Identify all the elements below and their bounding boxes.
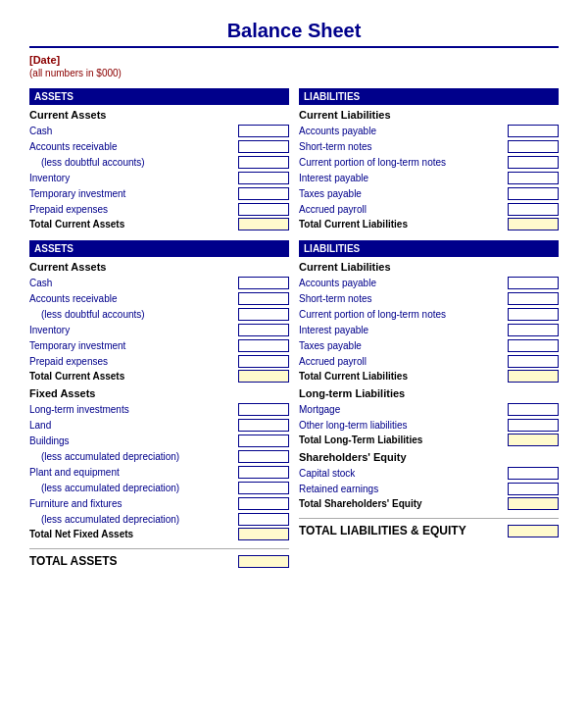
- total-current-liabilities-input-1[interactable]: [508, 218, 559, 230]
- lda-input-1[interactable]: [238, 156, 289, 169]
- total-current-assets-input-2[interactable]: [238, 370, 289, 383]
- list-item: Accounts payable: [299, 276, 559, 289]
- list-item: (less accumulated depreciation): [29, 512, 289, 526]
- total-fixed-assets-input[interactable]: [238, 528, 289, 540]
- current-assets-title-1: Current Assets: [29, 109, 289, 121]
- lda-input-2[interactable]: [238, 308, 289, 321]
- liabilities-section-2: LIABILITIES Current Liabilities Accounts…: [299, 240, 559, 568]
- bldg-dep-input[interactable]: [238, 450, 289, 463]
- assets-header-1: ASSETS: [29, 88, 289, 105]
- land-input[interactable]: [238, 419, 289, 432]
- list-item: (less doubtful accounts): [29, 307, 289, 321]
- ti-input-2[interactable]: [238, 339, 289, 352]
- ip-input-2[interactable]: [508, 324, 559, 336]
- tp-input-2[interactable]: [508, 339, 559, 352]
- mortgage-input[interactable]: [508, 403, 559, 416]
- cs-input[interactable]: [508, 467, 559, 480]
- total-equity-input[interactable]: [508, 497, 559, 510]
- acp-input-1[interactable]: [508, 203, 559, 216]
- list-item: Short-term notes: [299, 139, 559, 153]
- assets-header-2: ASSETS: [29, 240, 289, 257]
- current-assets-title-2: Current Assets: [29, 261, 289, 273]
- total-liabilities-equity-input[interactable]: [508, 525, 559, 537]
- total-current-assets-row-1: Total Current Assets: [29, 218, 289, 230]
- list-item: Accounts receivable: [29, 139, 289, 153]
- cash-input-2[interactable]: [238, 277, 289, 289]
- ar-input-1[interactable]: [238, 140, 289, 153]
- list-item: Prepaid expenses: [29, 202, 289, 216]
- list-item: Current portion of long-term notes: [299, 155, 559, 169]
- total-assets-input[interactable]: [238, 555, 289, 568]
- cash-input-1[interactable]: [238, 125, 289, 137]
- list-item: Accrued payroll: [299, 202, 559, 216]
- inv-input-1[interactable]: [238, 172, 289, 184]
- list-item: Interest payable: [299, 171, 559, 184]
- total-current-liabilities-input-2[interactable]: [508, 370, 559, 383]
- total-current-assets-input-1[interactable]: [238, 218, 289, 230]
- long-term-liabilities-title: Long-term Liabilities: [299, 387, 559, 399]
- list-item: Long-term investments: [29, 402, 289, 416]
- liabilities-section-1: LIABILITIES Current Liabilities Accounts…: [299, 88, 559, 232]
- list-item: Temporary investment: [29, 186, 289, 200]
- total-liabilities-equity-row: TOTAL LIABILITIES & EQUITY: [299, 518, 559, 537]
- list-item: Accounts receivable: [29, 291, 289, 305]
- list-item: Taxes payable: [299, 338, 559, 352]
- ap-input-1[interactable]: [508, 125, 559, 137]
- total-current-liabilities-row-1: Total Current Liabilities: [299, 218, 559, 230]
- pe2-dep-input[interactable]: [238, 482, 289, 494]
- list-item: Inventory: [29, 171, 289, 184]
- list-item: Capital stock: [299, 466, 559, 480]
- ti-input-1[interactable]: [238, 187, 289, 200]
- ff-input[interactable]: [238, 497, 289, 510]
- total-equity-row: Total Shareholders' Equity: [299, 497, 559, 510]
- liabilities-header-2: LIABILITIES: [299, 240, 559, 257]
- list-item: Buildings: [29, 434, 289, 447]
- total-fixed-assets-row: Total Net Fixed Assets: [29, 528, 289, 540]
- tp-input-1[interactable]: [508, 187, 559, 200]
- current-liabilities-title-2: Current Liabilities: [299, 261, 559, 273]
- list-item: Other long-term liabilities: [299, 418, 559, 432]
- re-input[interactable]: [508, 483, 559, 495]
- pe2-input[interactable]: [238, 466, 289, 479]
- liabilities-header-1: LIABILITIES: [299, 88, 559, 105]
- list-item: Land: [29, 418, 289, 432]
- list-item: Current portion of long-term notes: [299, 307, 559, 321]
- assets-section-1: ASSETS Current Assets Cash Accounts rece…: [29, 88, 289, 232]
- acp-input-2[interactable]: [508, 355, 559, 368]
- list-item: (less doubtful accounts): [29, 155, 289, 169]
- ap-input-2[interactable]: [508, 277, 559, 289]
- list-item: Prepaid expenses: [29, 354, 289, 368]
- list-item: Accounts payable: [299, 124, 559, 137]
- list-item: Short-term notes: [299, 291, 559, 305]
- pe-input-1[interactable]: [238, 203, 289, 216]
- list-item: Interest payable: [299, 323, 559, 336]
- equity-title: Shareholders' Equity: [299, 451, 559, 463]
- bldg-input[interactable]: [238, 435, 289, 447]
- list-item: (less accumulated depreciation): [29, 449, 289, 463]
- pe-input-2[interactable]: [238, 355, 289, 368]
- ip-input-1[interactable]: [508, 172, 559, 184]
- list-item: Taxes payable: [299, 186, 559, 200]
- stn-input-2[interactable]: [508, 292, 559, 305]
- assets-section-2: ASSETS Current Assets Cash Accounts rece…: [29, 240, 289, 568]
- ar-input-2[interactable]: [238, 292, 289, 305]
- total-current-assets-row-2: Total Current Assets: [29, 370, 289, 383]
- total-current-liabilities-row-2: Total Current Liabilities: [299, 370, 559, 383]
- list-item: Temporary investment: [29, 338, 289, 352]
- list-item: Accrued payroll: [299, 354, 559, 368]
- ff-dep-input[interactable]: [238, 513, 289, 526]
- oltl-input[interactable]: [508, 419, 559, 432]
- list-item: Plant and equipment: [29, 465, 289, 479]
- stn-input-1[interactable]: [508, 140, 559, 153]
- lti-input[interactable]: [238, 403, 289, 416]
- inv-input-2[interactable]: [238, 324, 289, 336]
- total-long-term-liabilities-input[interactable]: [508, 434, 559, 446]
- current-liabilities-title-1: Current Liabilities: [299, 109, 559, 121]
- list-item: (less accumulated depreciation): [29, 481, 289, 494]
- date-label: [Date]: [29, 54, 559, 66]
- list-item: Retained earnings: [299, 482, 559, 495]
- cpln-input-1[interactable]: [508, 156, 559, 169]
- page-title: Balance Sheet: [29, 20, 559, 48]
- cpln-input-2[interactable]: [508, 308, 559, 321]
- list-item: Mortgage: [299, 402, 559, 416]
